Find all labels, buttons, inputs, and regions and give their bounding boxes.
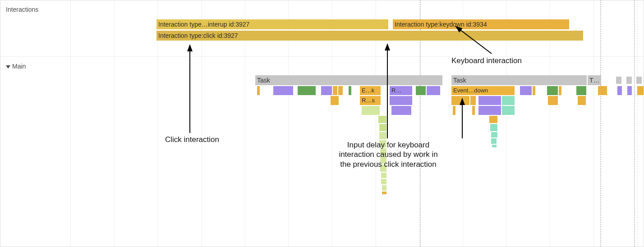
flame-bar[interactable] [533, 86, 535, 95]
flame-bar[interactable] [478, 106, 501, 115]
flame-bar[interactable] [547, 86, 558, 95]
flame-bar[interactable] [548, 96, 558, 105]
gridline [593, 0, 594, 247]
annotation-keyboard-interaction: Keyboard interaction [451, 56, 542, 65]
flame-bar[interactable] [416, 86, 426, 95]
flame-bar[interactable] [381, 179, 386, 184]
interaction-keydown-bar[interactable]: Interaction type:keydown id:3934 [393, 19, 569, 29]
flame-bar[interactable] [492, 145, 497, 147]
flame-bar[interactable] [382, 192, 386, 194]
flame-bar[interactable] [489, 116, 497, 123]
flame-bar-ek[interactable]: E…k [360, 86, 381, 95]
flame-bar[interactable] [298, 86, 316, 95]
interaction-click-bar[interactable]: Interaction type:click id:3927 [156, 31, 583, 41]
main-track-label-text: Main [12, 63, 26, 70]
flame-bar[interactable] [576, 86, 586, 95]
flame-bar[interactable] [617, 86, 622, 95]
task-sliver[interactable] [616, 77, 621, 84]
flame-bar[interactable] [559, 86, 561, 95]
main-track-label[interactable]: Main [6, 63, 26, 70]
flame-bar[interactable] [349, 86, 351, 95]
flame-bar[interactable] [378, 116, 386, 123]
flame-bar[interactable] [273, 86, 293, 95]
task-bar-3[interactable]: T… [588, 75, 601, 85]
interaction-pointerup-bar[interactable]: Interaction type…interup id:3927 [156, 19, 388, 29]
track-divider [0, 56, 644, 57]
flame-bar[interactable] [331, 96, 339, 105]
flame-bar[interactable] [598, 86, 607, 95]
flame-bar[interactable] [257, 86, 260, 95]
flame-bar[interactable] [333, 86, 337, 95]
flame-bar[interactable] [453, 106, 455, 115]
time-marker-dotted [600, 0, 601, 247]
flame-bar[interactable] [502, 106, 515, 115]
flame-bar[interactable] [338, 86, 343, 95]
gridline [114, 0, 115, 247]
flame-bar[interactable] [362, 106, 380, 115]
flame-bar[interactable] [520, 86, 532, 95]
flame-bar[interactable] [451, 96, 469, 105]
flame-bar-eventdown[interactable]: Event…down [451, 86, 515, 95]
flame-bar-rs[interactable]: R…s [360, 96, 381, 105]
flame-bar[interactable] [627, 86, 632, 95]
flame-bar[interactable] [578, 96, 586, 105]
chevron-down-icon[interactable] [6, 65, 10, 69]
performance-panel[interactable]: Interactions Main Interaction type…inter… [0, 0, 644, 247]
flame-bar[interactable] [382, 185, 386, 191]
task-bar-1[interactable]: Task [255, 75, 442, 85]
flame-bar-r[interactable]: R… [390, 86, 412, 95]
task-sliver[interactable] [626, 77, 632, 84]
flame-bar[interactable] [637, 86, 644, 95]
flame-bar[interactable] [427, 86, 440, 95]
interactions-track-label[interactable]: Interactions [6, 6, 38, 13]
annotation-click-interaction: Click interaction [158, 135, 226, 144]
flame-bar[interactable] [321, 86, 332, 95]
gridline [70, 0, 71, 247]
flame-bar[interactable] [478, 96, 501, 105]
time-marker-dotted [634, 0, 635, 247]
flame-bar[interactable] [470, 96, 476, 105]
flame-bar[interactable] [490, 124, 497, 131]
flame-bar[interactable] [381, 173, 386, 178]
gridline [637, 0, 638, 247]
flame-bar[interactable] [491, 138, 497, 144]
flame-bar[interactable] [379, 124, 386, 131]
flame-bar[interactable] [391, 106, 411, 115]
flame-bar[interactable] [472, 106, 475, 115]
flame-bar[interactable] [390, 96, 412, 105]
flame-bar[interactable] [502, 96, 515, 105]
task-sliver[interactable] [636, 77, 642, 84]
flame-bar[interactable] [379, 132, 386, 139]
task-bar-2[interactable]: Task [451, 75, 587, 85]
flame-bar[interactable] [491, 132, 497, 137]
annotation-input-delay: Input delay for keyboard interaction cau… [325, 140, 451, 169]
